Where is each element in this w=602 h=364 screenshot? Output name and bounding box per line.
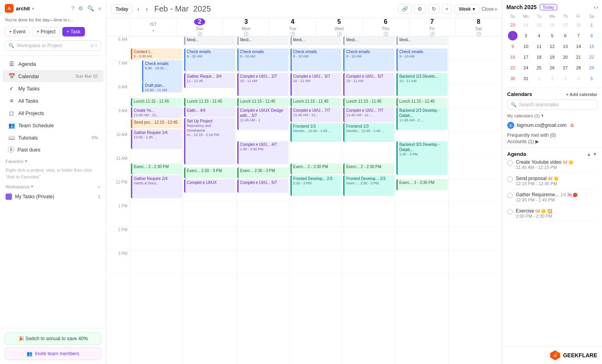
event-medi-tue[interactable]: Medi...	[237, 36, 288, 45]
event-frontend-wed[interactable]: Frontend 1/3 Develo... 12:45 - 1:45 ...	[290, 123, 342, 142]
add-workspace-button[interactable]: +	[98, 184, 100, 189]
day-header-fri[interactable]: 7 Fri 🕐	[409, 18, 456, 36]
event-complete-mon[interactable]: Complet e UI/UX	[184, 179, 235, 193]
mini-day[interactable]: 28	[574, 20, 583, 30]
agenda-checkbox[interactable]	[507, 209, 513, 215]
day-header-mon[interactable]: 3 Mon 🕐	[223, 18, 269, 36]
sidebar-item-team-schedule[interactable]: 👥 Team Schedule	[2, 119, 104, 131]
mini-day[interactable]: 15	[587, 42, 596, 51]
event-backend2-fri[interactable]: Backend 2/3 Develop - Datab... 11:45 AM …	[396, 107, 448, 130]
mini-day-today[interactable]: 2	[508, 31, 517, 40]
mini-day[interactable]: 18	[534, 52, 544, 62]
event-exercise-fri[interactable]: Exerc... 3 - 3:30 PM	[396, 179, 448, 190]
event-gather-req-sun[interactable]: Gather Require 1/4 12:45 - 1:45 ...	[131, 129, 182, 149]
mini-day[interactable]: 3	[521, 31, 531, 40]
mini-day[interactable]: 26	[547, 20, 557, 30]
mini-day[interactable]: 28	[574, 63, 583, 73]
add-event-cal-button[interactable]: +	[442, 4, 452, 14]
event-check-emails-mon[interactable]: Check emails 9 - 10 AM	[184, 48, 235, 71]
event-complete-tue4[interactable]: Complet e UI/U... 5/7	[237, 179, 288, 193]
event-complete-thu[interactable]: Complet e UI/U... 5/7 10 - 11 AM	[343, 73, 394, 96]
mini-day[interactable]: 25	[534, 20, 544, 30]
event-gather-req2-sun[interactable]: Gather Require 2/4 ments & Docu...	[131, 175, 182, 198]
agenda-collapse-button[interactable]: ▲ ▼	[587, 151, 597, 157]
event-gath4-mon[interactable]: Gath... 4/4	[184, 107, 235, 117]
event-lunch-tue[interactable]: Lunch 11:15 - 11:45	[237, 98, 288, 107]
mini-day[interactable]: 27	[561, 20, 570, 30]
event-complete-tue2[interactable]: Complet e UI/UX Design with... 3/7 11:45…	[237, 107, 288, 130]
event-medi-mon[interactable]: Medi...	[184, 36, 235, 45]
workspaces-chevron-icon[interactable]: ▾	[31, 184, 33, 189]
event-check-emails-tue[interactable]: Check emails 9 - 10 AM	[237, 48, 288, 71]
close-button[interactable]: Close »	[482, 6, 497, 12]
mini-day[interactable]: 23	[508, 63, 517, 73]
sidebar-item-all-tasks[interactable]: ≡ All Tasks	[2, 95, 104, 107]
mini-day[interactable]: 30	[508, 74, 517, 83]
mini-day[interactable]: 19	[547, 52, 557, 62]
mini-day[interactable]: 14	[574, 42, 583, 51]
upgrade-button[interactable]: 🎉 Switch to annual to save 40%	[5, 332, 101, 345]
filter-icon-button[interactable]: ⚙	[414, 4, 426, 14]
event-complete-tue3[interactable]: Complet e UI/U... 4/7 1:30 - 2:30 PM	[237, 141, 288, 164]
event-backend1-fri[interactable]: Backend 1/3 Develo... 10 - 11 AM	[396, 73, 448, 96]
mini-day[interactable]: 8	[587, 31, 596, 40]
day-header-sat[interactable]: 8 Sat 🕐	[456, 18, 502, 36]
event-complete-thu2[interactable]: Complet e UI/U... 7/7 11:45 AM - 12 ...	[343, 107, 394, 122]
mini-day[interactable]: 16	[508, 52, 517, 62]
search-teammates-input[interactable]: 🔍 Search teammates	[507, 100, 597, 110]
event-create-yt[interactable]: Create Yo... 11:45 AM - 12...	[131, 107, 182, 118]
add-project-button[interactable]: + Project	[32, 27, 60, 36]
event-check-emails-wed[interactable]: Check emails 9 - 10 AM	[290, 48, 342, 71]
mini-day[interactable]: 21	[574, 52, 583, 62]
sidebar-item-my-tasks[interactable]: ✓ My Tasks	[2, 82, 104, 94]
event-lunch-thu[interactable]: Lunch 11:15 - 11:45	[343, 98, 394, 107]
mini-day[interactable]: 7	[574, 31, 583, 40]
event-lunch-mon[interactable]: Lunch 11:15 - 11:45	[184, 98, 235, 107]
workspace-item-my-tasks[interactable]: My Tasks (Private) 1	[0, 192, 106, 202]
sidebar-item-agenda[interactable]: ☰ Agenda	[2, 58, 104, 70]
week-selector[interactable]: Week ▾	[454, 4, 479, 14]
event-complete-tue1[interactable]: Complet e UI/U... 2/7 10 - 11 AM	[237, 73, 288, 96]
mini-day[interactable]: 31	[521, 74, 531, 83]
add-calendar-button[interactable]: + Add calendar	[566, 92, 597, 97]
accounts-chevron-icon[interactable]: ▶	[535, 139, 539, 144]
search-icon[interactable]: 🔍	[87, 5, 94, 11]
event-check-emails-fri[interactable]: Check emails 9 - 10 AM	[396, 48, 448, 71]
mini-day[interactable]: 24	[521, 20, 531, 30]
agenda-checkbox[interactable]	[507, 176, 513, 182]
day-header-tue[interactable]: 4 Tue 🕐	[269, 18, 316, 36]
mini-day[interactable]: 2	[547, 74, 557, 83]
mini-day[interactable]: 26	[547, 63, 557, 73]
mini-day[interactable]: 5	[547, 31, 557, 40]
event-check-emails-sun[interactable]: Check emails 9:30 - 10:30 ...	[142, 60, 182, 82]
day-header-sun2[interactable]: 2 Sun 🕐	[177, 18, 223, 36]
add-task-button[interactable]: + Task	[62, 27, 85, 36]
mini-day[interactable]: 10	[521, 42, 531, 51]
mini-day[interactable]: 25	[534, 63, 544, 73]
sidebar-item-all-projects[interactable]: ◻ All Projects	[2, 107, 104, 119]
mini-day[interactable]: 4	[534, 31, 544, 40]
help-icon[interactable]: ?	[71, 5, 74, 11]
event-contact[interactable]: Contact I... 9 - 9:30 AM	[131, 48, 182, 59]
event-draft-plan[interactable]: Draft plan... 10:30 - 11 AM	[142, 82, 182, 92]
sidebar-item-tutorials[interactable]: 📖 Tutorials 0%	[2, 132, 104, 144]
mini-day[interactable]: 22	[587, 52, 596, 62]
mini-day[interactable]: 29	[587, 63, 596, 73]
my-cals-chevron-icon[interactable]: ▾	[541, 113, 544, 118]
mini-day[interactable]: 6	[561, 31, 570, 40]
event-gather-mon[interactable]: Gather Requir... 3/4 11 - 11:45	[184, 73, 235, 88]
mini-day[interactable]: 12	[547, 42, 557, 51]
mini-day[interactable]: 17	[521, 52, 531, 62]
today-button[interactable]: Today	[111, 4, 133, 14]
sync-icon-button[interactable]: ↻	[428, 4, 440, 14]
event-lunch-sun[interactable]: Lunch 11:15 - 11:45	[131, 98, 182, 107]
event-exercise-wed[interactable]: Exerc... 2 - 2:30 PM	[290, 163, 342, 174]
invite-team-button[interactable]: 👥 Invite team members	[5, 347, 101, 360]
event-medi-fri[interactable]: Medi...	[396, 36, 448, 45]
mini-day[interactable]: 4	[574, 74, 583, 83]
event-lunch-fri[interactable]: Lunch 11:15 - 11:45	[396, 98, 448, 107]
event-exercise-tue[interactable]: Exerc... 2:30 - 3 PM	[237, 167, 288, 178]
event-exercise-thu[interactable]: Exerc... 2 - 2:30 PM	[343, 163, 394, 174]
event-check-emails-thu[interactable]: Check emails 9 - 10 AM	[343, 48, 394, 71]
sidebar-item-calendar[interactable]: 📅 Calendar Sun Mar 02	[2, 70, 104, 82]
